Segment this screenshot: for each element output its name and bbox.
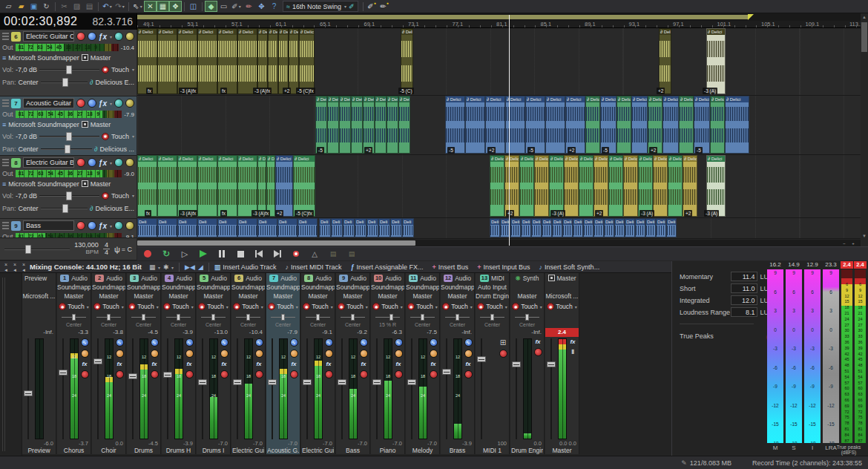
audio-event[interactable]: ∂ Delici (525, 96, 545, 154)
strip-bus[interactable]: Master (197, 292, 230, 301)
audio-event[interactable]: ∂ Delici (327, 96, 339, 154)
audio-event[interactable]: Deli (542, 218, 552, 237)
audio-event[interactable]: ∂ Delici (217, 155, 237, 217)
fit-channels-icon[interactable]: ▶◀ (185, 263, 195, 271)
device-name[interactable]: Microsoft Soundmapper (8, 54, 79, 62)
dock-close-icon[interactable]: ×◂ (21, 262, 27, 272)
fx-button[interactable]: fx (291, 361, 296, 367)
audio-event[interactable]: ∂ Delici (275, 155, 293, 217)
track-row-electric-guitar-c[interactable]: ∂ Delici∂ Delici∂ Delici∂ Delici∂ Delici… (137, 28, 861, 96)
strip-pan-slider[interactable] (57, 312, 91, 322)
audio-event[interactable]: Deli (157, 218, 177, 237)
solo-button[interactable] (185, 350, 194, 358)
audio-event[interactable]: Deli (297, 218, 318, 237)
audio-event[interactable]: ∂ Delici (549, 155, 564, 217)
fx-button[interactable]: fx (430, 361, 435, 367)
audio-event[interactable]: ∂ Delici (706, 28, 726, 94)
mute-button[interactable]: ∿ (185, 338, 194, 347)
audio-event[interactable]: Deli (614, 218, 625, 237)
groove-edit-icon[interactable]: ✐ (349, 3, 355, 10)
audio-event[interactable]: Deli (137, 218, 157, 237)
volume-fader[interactable] (268, 379, 277, 385)
audio-event[interactable]: ∂ Delici (545, 96, 565, 154)
strip-bus[interactable]: Master (127, 292, 160, 301)
audio-event[interactable]: ∂ Delici (490, 155, 504, 217)
strip-bus[interactable]: Microsoft ... (22, 292, 56, 301)
automation-gear-icon[interactable]: ✱ (102, 133, 109, 140)
render-icon[interactable]: ↻ (40, 1, 53, 12)
project-key[interactable]: ψ = C (114, 245, 132, 254)
audio-event[interactable]: ∂ Delici (257, 155, 266, 217)
pan-slider[interactable] (41, 204, 88, 213)
track-row-acoustic-guitar[interactable]: ∂ Delici∂ Delici∂ Delici∂ Delici∂ Delici… (137, 96, 861, 155)
strip-pan-slider[interactable] (301, 312, 335, 322)
audio-event[interactable]: ∂ Delici (662, 96, 679, 154)
bus-name[interactable]: Master (91, 54, 111, 62)
tempo-slider[interactable] (4, 245, 70, 254)
mute-button[interactable]: ∿ (81, 338, 89, 347)
scrollbar-thumb[interactable] (137, 240, 415, 246)
strip-bus[interactable]: Master (266, 292, 300, 301)
volume-fader[interactable] (303, 379, 312, 385)
strip-automation[interactable]: ✱Touch▾ (266, 301, 300, 312)
device-name[interactable]: Microsoft Soundmapper (8, 180, 79, 188)
strip-bus[interactable]: Master (371, 292, 404, 301)
record-mode-button[interactable] (290, 249, 302, 259)
audio-event[interactable]: ∂ Delici (600, 96, 617, 154)
audio-event[interactable]: ∂ Delici (177, 155, 197, 217)
pan-value[interactable]: Center (19, 79, 39, 86)
mixer-strip-drum-engine[interactable]: ❋Synth Master✱Touch▾Center-Inf.fx0.0Drum… (510, 273, 545, 454)
pointer-tool-icon[interactable]: ⇖▾ (131, 1, 144, 12)
track-fx-button[interactable]: ƒx (99, 33, 107, 41)
strip-device[interactable]: Soundmapper (127, 283, 160, 292)
automation-mode[interactable]: Touch (111, 192, 129, 200)
audio-event[interactable]: Deli (331, 218, 343, 237)
record-arm-button[interactable] (255, 370, 263, 378)
audio-event[interactable]: Deli (217, 218, 237, 237)
record-arm-button[interactable] (290, 370, 298, 378)
strip-bus[interactable]: Master (510, 292, 544, 301)
audio-event[interactable]: ∂ Delici (710, 96, 725, 154)
solo-button[interactable] (464, 350, 473, 358)
selection-tool-icon[interactable]: ▭ (217, 1, 230, 12)
record-arm-button[interactable] (185, 370, 194, 378)
cut-icon[interactable]: ✂ (58, 1, 70, 12)
envelope-tool-icon[interactable]: ◫ (187, 1, 200, 12)
audio-event[interactable]: Deli (366, 218, 378, 237)
strip-device[interactable]: Soundmapper (162, 283, 195, 292)
volume-fader[interactable] (512, 361, 521, 367)
volume-slider[interactable] (39, 132, 99, 141)
automation-mode[interactable]: Touch (111, 66, 129, 73)
audio-event[interactable]: ∂ Delici (293, 155, 315, 217)
mixer-strip-midi-1[interactable]: 13MIDIAuto InputDrum Engine✱Touch▾Center… (476, 273, 510, 454)
audio-event[interactable]: ∂ Delici (137, 155, 157, 217)
strip-pan-slider[interactable] (22, 312, 56, 322)
audio-event[interactable]: Deli (237, 218, 257, 237)
freeze-button[interactable] (125, 221, 134, 230)
audio-event[interactable]: Deli (573, 218, 583, 237)
solo-button[interactable] (220, 350, 228, 358)
strip-automation[interactable]: ✱Touch▾ (545, 301, 579, 312)
mute-button[interactable] (88, 32, 96, 41)
mute-button[interactable]: ∿ (325, 338, 333, 347)
monitor-button[interactable] (114, 99, 123, 108)
audio-event[interactable]: ∂ Delici (594, 155, 608, 217)
horizontal-scrollbar[interactable]: −+ (137, 240, 861, 246)
fx-button[interactable]: fx (186, 361, 191, 367)
strip-device[interactable]: Soundmapper (197, 283, 230, 292)
pause-button[interactable] (216, 249, 228, 259)
record-arm-button[interactable] (395, 370, 403, 378)
strip-automation[interactable] (22, 301, 56, 312)
mixer-strip-drums[interactable]: 3AudioSoundmapperMaster✱Touch▾Center-4.5… (127, 273, 161, 454)
brush-tool-icon[interactable]: ✏ (243, 1, 255, 12)
vol-value[interactable]: -7,0 dB (16, 133, 37, 140)
audio-event[interactable]: ∂ Delici (653, 155, 668, 217)
audio-event[interactable]: ∂ Delici (157, 28, 177, 94)
volume-fader[interactable] (128, 373, 137, 379)
mixer-strip-brass[interactable]: 12AudioSoundmapperMaster✱Touch▾Center-In… (441, 273, 475, 454)
strip-device[interactable]: Soundmapper (336, 283, 369, 292)
device-name[interactable]: Microsoft Soundmapper (8, 121, 79, 128)
strip-automation[interactable]: ✱Touch▾ (510, 301, 544, 312)
master-bus-icon[interactable] (82, 54, 88, 61)
volume-fader[interactable] (24, 390, 33, 396)
